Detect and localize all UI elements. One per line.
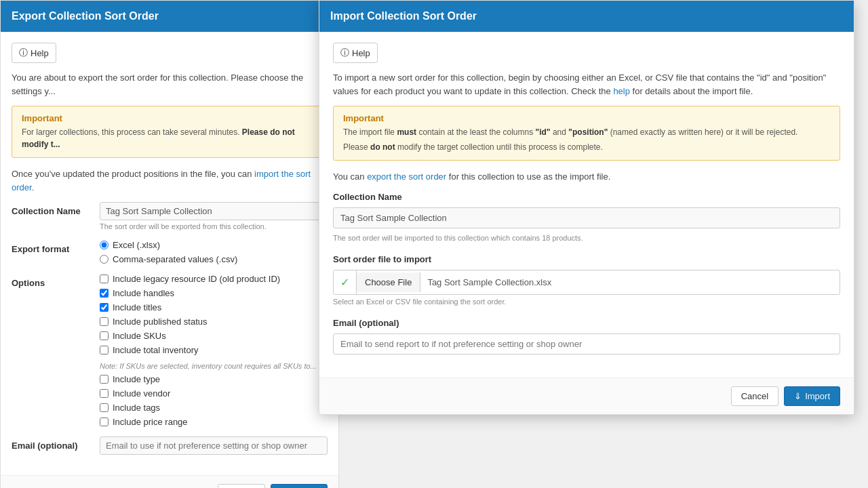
export-options-checkboxes: Include legacy resource ID (old product … <box>100 274 328 427</box>
import-alert-line2: Please do not modify the target collecti… <box>343 141 830 153</box>
collection-name-label: Collection Name <box>12 202 100 216</box>
import-cancel-button[interactable]: Cancel <box>731 386 778 406</box>
file-name-display: Tag Sort Sample Collection.xlsx <box>420 272 840 292</box>
option-titles[interactable]: Include titles <box>100 302 328 312</box>
export-update-text: Once you've updated the product position… <box>12 167 328 194</box>
export-options-content: Include legacy resource ID (old product … <box>100 274 328 427</box>
import-panel: Import Collection Sort Order ⓘ Help To i… <box>319 0 854 415</box>
import-file-input-row: ✓ Choose File Tag Sort Sample Collection… <box>333 270 840 295</box>
option-titles-checkbox[interactable] <box>100 303 108 312</box>
export-panel: Export Collection Sort Order ⓘ Help You … <box>0 0 339 488</box>
inventory-note: Note: If SKUs are selected, inventory co… <box>100 362 328 370</box>
import-collection-hint: The sort order will be imported to this … <box>333 234 840 242</box>
format-csv-radio[interactable] <box>100 255 108 264</box>
export-submit-button[interactable]: ⇓ Export <box>271 484 328 488</box>
export-info-text: You are about to export the sort order f… <box>12 71 328 98</box>
import-export-link-text: You can export the sort order for this c… <box>333 170 840 184</box>
export-format-row: Export format Excel (.xlsx) Comma-separa… <box>12 240 328 264</box>
export-email-label: Email (optional) <box>12 436 100 451</box>
import-panel-footer: Cancel ⇓ Import <box>319 378 854 414</box>
import-intro-text: To import a new sort order for this coll… <box>333 71 840 98</box>
export-options-label: Options <box>12 274 100 288</box>
collection-name-row: Collection Name The sort order will be e… <box>12 202 328 230</box>
upload-icon: ⇓ <box>794 391 802 401</box>
export-format-label: Export format <box>12 240 100 254</box>
option-total-inventory[interactable]: Include total inventory <box>100 345 328 355</box>
import-email-input[interactable] <box>333 333 840 354</box>
format-excel-radio[interactable] <box>100 241 108 249</box>
option-price-range-checkbox[interactable] <box>100 418 108 426</box>
import-collection-name-input[interactable] <box>333 207 840 228</box>
option-published-status[interactable]: Include published status <box>100 317 328 327</box>
option-price-range[interactable]: Include price range <box>100 417 328 427</box>
export-email-row: Email (optional) <box>12 436 328 455</box>
export-email-input[interactable] <box>100 436 328 455</box>
import-alert-box: Important The import file must contain a… <box>333 106 840 161</box>
format-csv-option[interactable]: Comma-separated values (.csv) <box>100 254 328 264</box>
option-skus-checkbox[interactable] <box>100 331 108 340</box>
option-total-inventory-checkbox[interactable] <box>100 346 108 354</box>
option-type[interactable]: Include type <box>100 374 328 384</box>
option-tags[interactable]: Include tags <box>100 403 328 413</box>
option-tags-checkbox[interactable] <box>100 403 108 412</box>
help-circle-icon: ⓘ <box>19 47 28 59</box>
export-help-button[interactable]: ⓘ Help <box>12 43 56 63</box>
format-excel-option[interactable]: Excel (.xlsx) <box>100 240 328 250</box>
option-legacy-id-checkbox[interactable] <box>100 274 108 283</box>
import-submit-button[interactable]: ⇓ Import <box>784 386 840 406</box>
option-handles[interactable]: Include handles <box>100 288 328 298</box>
import-help-link[interactable]: help <box>613 86 630 96</box>
help-circle-icon-import: ⓘ <box>340 47 349 59</box>
import-file-section: Sort order file to import ✓ Choose File … <box>333 254 840 306</box>
file-check-icon: ✓ <box>334 270 357 294</box>
collection-name-hint: The sort order will be exported from thi… <box>100 222 328 230</box>
import-email-section: Email (optional) <box>333 318 840 354</box>
export-cancel-button[interactable]: Cancel <box>218 484 265 488</box>
import-alert-line1: The import file must contain at the leas… <box>343 126 830 138</box>
export-format-content: Excel (.xlsx) Comma-separated values (.c… <box>100 240 328 264</box>
import-file-label: Sort order file to import <box>333 254 840 264</box>
export-alert-text: For larger collections, this process can… <box>22 126 317 150</box>
import-collection-label: Collection Name <box>333 192 840 202</box>
import-email-label: Email (optional) <box>333 318 840 328</box>
import-file-hint: Select an Excel or CSV file containing t… <box>333 298 840 306</box>
import-panel-title: Import Collection Sort Order <box>330 10 477 22</box>
option-type-checkbox[interactable] <box>100 375 108 384</box>
export-email-content <box>100 436 328 455</box>
option-legacy-id[interactable]: Include legacy resource ID (old product … <box>100 274 328 284</box>
export-options-row: Options Include legacy resource ID (old … <box>12 274 328 427</box>
export-alert-box: Important For larger collections, this p… <box>12 106 328 158</box>
option-published-status-checkbox[interactable] <box>100 317 108 326</box>
option-handles-checkbox[interactable] <box>100 289 108 298</box>
choose-file-button[interactable]: Choose File <box>357 272 420 292</box>
option-vendor[interactable]: Include vendor <box>100 388 328 399</box>
collection-name-content: The sort order will be exported from thi… <box>100 202 328 230</box>
export-alert-title: Important <box>22 113 317 123</box>
import-help-button[interactable]: ⓘ Help <box>333 43 378 63</box>
export-panel-footer: Cancel ⇓ Export <box>1 475 338 488</box>
export-format-radio-group: Excel (.xlsx) Comma-separated values (.c… <box>100 240 328 264</box>
option-skus[interactable]: Include SKUs <box>100 331 328 341</box>
option-vendor-checkbox[interactable] <box>100 389 108 398</box>
import-collection-section: Collection Name The sort order will be i… <box>333 192 840 242</box>
import-panel-header: Import Collection Sort Order <box>319 1 854 32</box>
collection-name-input[interactable] <box>100 202 328 220</box>
import-export-sort-link[interactable]: export the sort order <box>367 171 446 182</box>
export-panel-header: Export Collection Sort Order <box>1 1 338 32</box>
export-panel-title: Export Collection Sort Order <box>12 10 159 22</box>
import-alert-title: Important <box>343 113 830 123</box>
